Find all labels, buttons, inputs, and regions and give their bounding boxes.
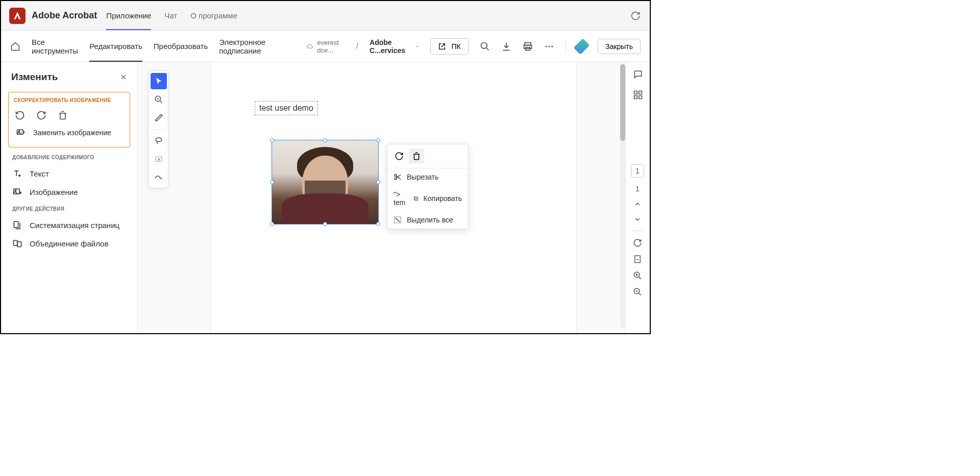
zoom-in-icon[interactable] xyxy=(633,271,642,280)
fit-page-icon[interactable] xyxy=(633,255,642,264)
svg-rect-13 xyxy=(17,242,21,247)
shape-tool[interactable] xyxy=(151,169,167,186)
resize-handle[interactable] xyxy=(270,180,274,184)
replace-image-button[interactable]: Заменить изображение xyxy=(13,123,126,142)
top-tab-app[interactable]: Приложение xyxy=(106,1,151,30)
cloud-location[interactable]: everest dce... xyxy=(307,39,345,54)
portrait-photo xyxy=(272,140,378,224)
close-panel-icon[interactable] xyxy=(120,73,127,81)
add-text-label: Текст xyxy=(30,169,49,178)
resize-handle[interactable] xyxy=(376,222,380,226)
page-current[interactable]: 1 xyxy=(631,164,644,178)
scrollbar-thumb[interactable] xyxy=(620,64,625,141)
download-icon[interactable] xyxy=(501,41,511,52)
tab-edit[interactable]: Редактировать xyxy=(89,31,142,62)
home-icon[interactable] xyxy=(10,41,20,52)
main-area: Изменить СКОРРЕКТИРОВАТЬ ИЗОБРАЖЕНИЕ Зам… xyxy=(1,62,650,333)
open-desktop-button[interactable]: ПК xyxy=(430,38,468,55)
resize-handle[interactable] xyxy=(323,222,327,226)
adjust-image-label: СКОРРЕКТИРОВАТЬ ИЗОБРАЖЕНИЕ xyxy=(13,97,126,107)
top-tab-chat[interactable]: Чат xyxy=(164,1,177,30)
document-page[interactable]: test user demo xyxy=(211,62,576,333)
text-select-tool[interactable]: A xyxy=(151,151,167,167)
zoom-tool[interactable] xyxy=(151,91,167,108)
resize-handle[interactable] xyxy=(323,138,327,142)
pen-tool[interactable] xyxy=(151,110,167,126)
thumbnails-icon[interactable] xyxy=(633,90,643,100)
divider xyxy=(632,231,643,231)
tab-all-tools[interactable]: Все инструменты xyxy=(32,31,78,62)
ctx-select-all[interactable]: Выделить все xyxy=(387,211,468,229)
ctx-copy[interactable]: "> tem Копировать xyxy=(387,186,468,211)
refresh-icon[interactable] xyxy=(630,11,641,21)
replace-image-label: Заменить изображение xyxy=(33,129,111,137)
svg-rect-12 xyxy=(14,240,18,245)
more-icon[interactable] xyxy=(544,41,554,52)
svg-rect-26 xyxy=(639,96,642,99)
ctx-cut[interactable]: Вырезать xyxy=(387,168,468,186)
combine-icon xyxy=(12,238,22,248)
organize-icon xyxy=(12,220,22,230)
resize-handle[interactable] xyxy=(376,138,380,142)
selected-image[interactable] xyxy=(272,140,379,224)
divider xyxy=(151,129,166,130)
resize-handle[interactable] xyxy=(270,222,274,226)
page-navigator: 1 1 xyxy=(625,164,650,296)
combine-files-button[interactable]: Объединение файлов xyxy=(1,234,137,253)
svg-point-19 xyxy=(395,178,397,180)
add-image-label: Изображение xyxy=(30,188,78,196)
close-button[interactable]: Закрыть xyxy=(598,39,641,54)
resize-handle[interactable] xyxy=(270,138,274,142)
top-tab-about[interactable]: О программе xyxy=(190,1,237,30)
svg-rect-2 xyxy=(524,45,531,48)
organize-pages-button[interactable]: Систематизация страниц xyxy=(1,216,137,234)
search-icon[interactable] xyxy=(480,41,490,52)
other-actions-header: ДРУГИЕ ДЕЙСТВИЯ xyxy=(1,201,137,216)
ctx-delete-icon[interactable] xyxy=(409,148,424,164)
svg-point-18 xyxy=(395,174,397,177)
app-title: Adobe Acrobat xyxy=(32,10,97,21)
page-down-icon[interactable] xyxy=(633,215,642,223)
tab-convert[interactable]: Преобразовать xyxy=(154,31,208,62)
right-rail: 1 1 xyxy=(625,62,650,333)
svg-rect-20 xyxy=(413,196,416,199)
zoom-out-icon[interactable] xyxy=(633,287,642,296)
add-image-button[interactable]: Изображение xyxy=(1,183,137,201)
rotate-ccw-icon[interactable] xyxy=(15,110,25,120)
text-box[interactable]: test user demo xyxy=(255,101,318,115)
svg-rect-11 xyxy=(14,221,18,228)
divider xyxy=(566,41,566,52)
svg-point-5 xyxy=(548,45,550,47)
add-text-button[interactable]: Текст xyxy=(1,164,137,183)
selection-tool[interactable] xyxy=(151,73,167,89)
open-desktop-label: ПК xyxy=(451,42,460,51)
scrollbar[interactable] xyxy=(620,63,625,329)
svg-point-10 xyxy=(15,190,16,191)
document-name[interactable]: Adobe C...ervices xyxy=(370,38,419,55)
text-icon xyxy=(12,168,22,179)
page-total: 1 xyxy=(635,185,640,193)
rotate-view-icon[interactable] xyxy=(633,238,642,247)
image-icon xyxy=(12,187,22,197)
svg-rect-21 xyxy=(414,197,417,200)
cloud-location-text: everest dce... xyxy=(317,39,345,54)
print-icon[interactable] xyxy=(523,41,533,52)
rotate-cw-icon[interactable] xyxy=(36,110,46,120)
document-canvas[interactable]: test user demo xyxy=(138,62,650,333)
delete-icon[interactable] xyxy=(58,110,68,120)
organize-pages-label: Систематизация страниц xyxy=(30,221,119,230)
copy-icon xyxy=(413,194,419,203)
avatar[interactable] xyxy=(574,38,590,55)
scissors-icon xyxy=(394,173,402,181)
app-logo xyxy=(9,8,26,24)
page-up-icon[interactable] xyxy=(633,200,642,208)
resize-handle[interactable] xyxy=(376,180,380,184)
comment-icon[interactable] xyxy=(633,69,643,80)
tab-sign[interactable]: Электронное подписание xyxy=(219,31,284,62)
lasso-tool[interactable] xyxy=(151,133,167,149)
external-link-icon xyxy=(438,42,446,51)
svg-point-15 xyxy=(156,138,162,142)
chevron-down-icon xyxy=(415,43,419,49)
ctx-rotate-icon[interactable] xyxy=(391,148,407,164)
title-bar: Adobe Acrobat Приложение Чат О программе xyxy=(1,1,650,31)
